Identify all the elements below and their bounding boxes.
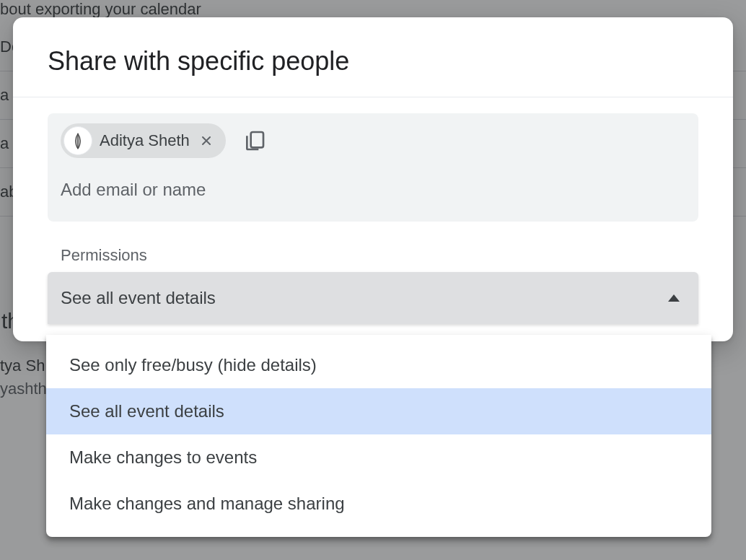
share-modal: Share with specific people Aditya Sheth	[13, 17, 733, 341]
remove-chip-button[interactable]	[197, 131, 216, 150]
permissions-dropdown: See only free/busy (hide details) See al…	[46, 335, 711, 537]
modal-header: Share with specific people	[13, 17, 733, 97]
permissions-select[interactable]: See all event details	[48, 272, 698, 324]
modal-title: Share with specific people	[48, 46, 698, 76]
chip-name: Aditya Sheth	[100, 131, 190, 150]
permissions-select-value: See all event details	[61, 288, 216, 308]
permission-option-make-changes[interactable]: Make changes to events	[46, 434, 711, 481]
avatar	[63, 126, 92, 155]
permissions-label: Permissions	[48, 246, 698, 265]
chevron-up-icon	[668, 294, 680, 302]
permission-option-freebusy[interactable]: See only free/busy (hide details)	[46, 342, 711, 388]
permission-option-manage-sharing[interactable]: Make changes and manage sharing	[46, 481, 711, 527]
person-chip[interactable]: Aditya Sheth	[61, 123, 226, 158]
add-person-input[interactable]	[61, 180, 685, 200]
permission-option-see-all[interactable]: See all event details	[46, 388, 711, 434]
people-input-box: Aditya Sheth	[48, 113, 698, 222]
svg-rect-0	[250, 132, 263, 147]
copy-icon[interactable]	[242, 128, 268, 154]
